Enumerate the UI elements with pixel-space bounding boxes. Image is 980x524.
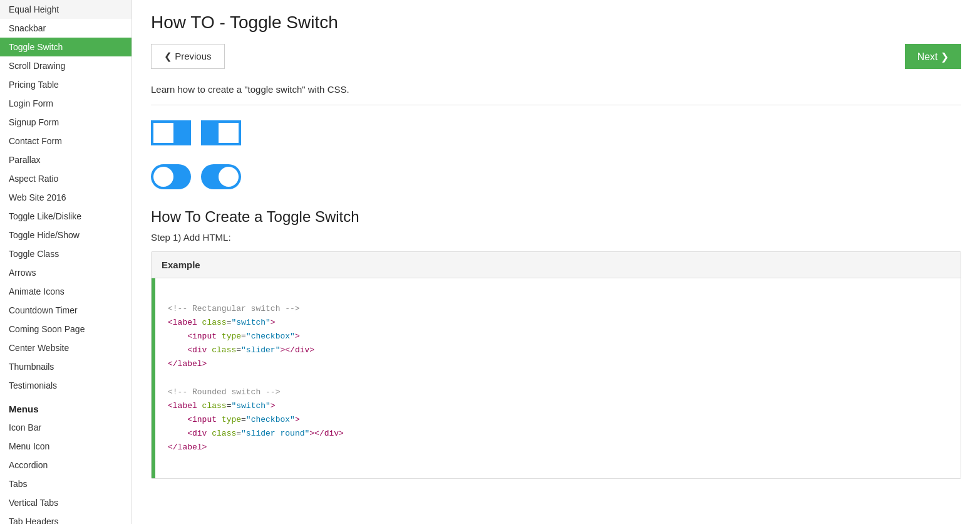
sidebar-item-tab-headers[interactable]: Tab Headers [0,512,132,524]
sidebar-item-countdown-timer[interactable]: Countdown Timer [0,301,132,320]
sidebar-item-icon-bar[interactable]: Icon Bar [0,418,132,437]
sidebar-item-coming-soon-page[interactable]: Coming Soon Page [0,320,132,338]
next-button[interactable]: Next ❯ [905,44,961,69]
sidebar-item-aspect-ratio[interactable]: Aspect Ratio [0,169,132,188]
sidebar-item-toggle-like-dislike[interactable]: Toggle Like/Dislike [0,207,132,226]
example-header: Example [152,252,961,278]
sidebar-item-animate-icons[interactable]: Animate Icons [0,282,132,301]
description-text: Learn how to create a "toggle switch" wi… [151,84,961,95]
code-comment-1: <!-- Rectangular switch --> [168,304,300,313]
sidebar-item-equal-height[interactable]: Equal Height [0,0,132,19]
sidebar-item-parallax[interactable]: Parallax [0,150,132,169]
divider [151,105,961,105]
sidebar-item-toggle-hide-show[interactable]: Toggle Hide/Show [0,226,132,244]
sidebar-item-accordion[interactable]: Accordion [0,456,132,474]
toggle-rect-on[interactable] [201,120,241,145]
sidebar-item-signup-form[interactable]: Signup Form [0,113,132,132]
toggle-demo-area [151,120,961,145]
sidebar-item-testimonials[interactable]: Testimonials [0,376,132,395]
sidebar-item-tabs[interactable]: Tabs [0,474,132,493]
sidebar-item-vertical-tabs[interactable]: Vertical Tabs [0,493,132,512]
sidebar-item-snackbar[interactable]: Snackbar [0,19,132,38]
sidebar-menus-label: Menus [0,395,132,418]
code-block: <!-- Rectangular switch --> <label class… [155,278,356,478]
code-val-1: "switch" [231,318,270,327]
toggle-round-off[interactable] [151,164,191,189]
sidebar-item-pricing-table[interactable]: Pricing Table [0,75,132,94]
how-to-title: How To Create a Toggle Switch [151,208,961,226]
sidebar-item-contact-form[interactable]: Contact Form [0,132,132,150]
code-tag-1: <label [168,318,202,327]
page-title: How TO - Toggle Switch [151,13,961,33]
step1-label: Step 1) Add HTML: [151,232,961,243]
sidebar-item-thumbnails[interactable]: Thumbnails [0,357,132,376]
toggle-round-on[interactable] [201,164,241,189]
example-body: <!-- Rectangular switch --> <label class… [152,278,961,478]
sidebar: Equal HeightSnackbarToggle SwitchScroll … [0,0,132,524]
code-attr-1: class [202,318,227,327]
main-content: How TO - Toggle Switch ❮ Previous Next ❯… [132,0,980,524]
example-box: Example <!-- Rectangular switch --> <lab… [151,251,961,479]
sidebar-item-center-website[interactable]: Center Website [0,338,132,357]
prev-button[interactable]: ❮ Previous [151,44,225,69]
toggle-round-demo-area [151,164,961,189]
sidebar-item-web-site-2016[interactable]: Web Site 2016 [0,188,132,207]
sidebar-item-scroll-drawing[interactable]: Scroll Drawing [0,56,132,75]
sidebar-item-arrows[interactable]: Arrows [0,263,132,282]
nav-buttons: ❮ Previous Next ❯ [151,44,961,69]
toggle-rect-off[interactable] [151,120,191,145]
sidebar-item-menu-icon[interactable]: Menu Icon [0,437,132,456]
sidebar-item-toggle-switch[interactable]: Toggle Switch [0,38,132,56]
sidebar-item-toggle-class[interactable]: Toggle Class [0,244,132,263]
sidebar-item-login-form[interactable]: Login Form [0,94,132,113]
